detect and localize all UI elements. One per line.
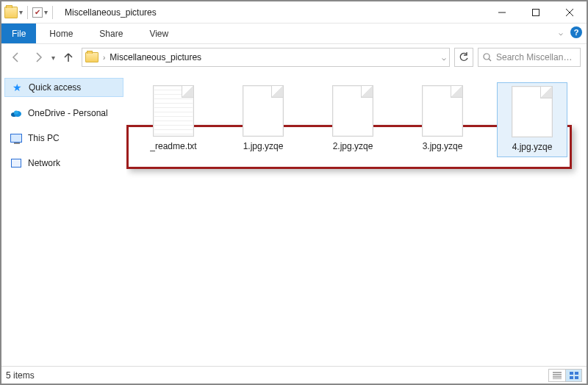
folder-icon[interactable] [4, 7, 18, 18]
minimize-icon [498, 9, 506, 16]
cloud-icon [10, 107, 22, 119]
search-placeholder: Search Miscellane... [496, 52, 576, 62]
details-icon [553, 372, 562, 379]
arrow-right-icon [32, 51, 44, 63]
breadcrumb-current[interactable]: Miscellaneous_pictures [110, 52, 201, 62]
page-fold-icon [451, 86, 462, 98]
separator [27, 6, 28, 19]
file-view[interactable]: _readme.txt1.jpg.yzqe2.jpg.yzqe3.jpg.yzq… [126, 71, 587, 366]
nav-back-button[interactable] [7, 48, 25, 66]
generic-file-icon [332, 85, 373, 137]
sidebar-item-network[interactable]: Network [4, 154, 123, 172]
separator [52, 6, 53, 19]
tab-view[interactable]: View [136, 24, 182, 43]
generic-file-icon [422, 85, 463, 137]
svg-rect-16 [575, 376, 578, 379]
maximize-icon [532, 9, 539, 16]
close-button[interactable] [553, 1, 587, 24]
sidebar-item-label: OneDrive - Personal [28, 108, 108, 118]
details-view-button[interactable] [549, 370, 565, 381]
page-fold-icon [271, 86, 283, 98]
pc-icon [10, 132, 22, 144]
file-name-label: _readme.txt [150, 141, 196, 151]
tab-home[interactable]: Home [36, 24, 86, 43]
title-bar: ▾ ✔ ▾ Miscellaneous_pictures [1, 1, 587, 24]
sidebar-item-quick-access[interactable]: ★ Quick access [4, 78, 123, 97]
window-title: Miscellaneous_pictures [65, 7, 157, 18]
svg-rect-14 [575, 372, 578, 375]
address-dropdown-icon[interactable]: ⌵ [442, 54, 446, 62]
svg-rect-1 [533, 9, 539, 15]
ribbon-right: ⌵ ? [559, 26, 582, 38]
folder-icon [85, 52, 98, 62]
star-icon: ★ [11, 82, 23, 93]
sidebar-item-label: Network [28, 158, 60, 168]
svg-point-8 [14, 111, 18, 115]
text-file-icon [153, 85, 194, 137]
file-item[interactable]: _readme.txt [138, 82, 209, 156]
file-name-label: 2.jpg.yzqe [333, 141, 373, 151]
search-box[interactable]: Search Miscellane... [478, 48, 581, 67]
file-grid: _readme.txt1.jpg.yzqe2.jpg.yzqe3.jpg.yzq… [126, 82, 587, 157]
generic-file-icon [512, 86, 553, 137]
file-item[interactable]: 4.jpg.yzqe [497, 82, 567, 157]
explorer-body: ★ Quick access OneDrive - Personal This … [1, 71, 587, 366]
file-name-label: 4.jpg.yzqe [512, 142, 553, 152]
large-icons-view-button[interactable] [565, 370, 581, 381]
refresh-button[interactable] [454, 48, 473, 67]
chevron-down-icon[interactable]: ▾ [19, 8, 23, 16]
sidebar-item-label: Quick access [29, 82, 81, 93]
network-icon [10, 157, 22, 169]
status-item-count: 5 items [6, 370, 35, 381]
window-controls [485, 1, 587, 24]
sidebar-item-onedrive[interactable]: OneDrive - Personal [4, 104, 123, 122]
refresh-icon [459, 52, 469, 62]
quick-access-toolbar: ▾ ✔ ▾ [1, 6, 59, 19]
page-fold-icon [361, 86, 373, 98]
file-tab[interactable]: File [1, 24, 36, 43]
nav-bar: ▾ › Miscellaneous_pictures ⌵ Search Misc… [1, 44, 587, 71]
minimize-button[interactable] [485, 1, 519, 24]
arrow-left-icon [10, 51, 22, 63]
file-item[interactable]: 3.jpg.yzqe [407, 82, 478, 156]
help-icon[interactable]: ? [570, 26, 582, 38]
sidebar-item-this-pc[interactable]: This PC [4, 129, 123, 147]
address-bar[interactable]: › Miscellaneous_pictures ⌵ [82, 48, 450, 67]
sidebar-item-label: This PC [28, 133, 60, 143]
file-name-label: 3.jpg.yzqe [423, 141, 463, 151]
file-name-label: 1.jpg.yzqe [243, 141, 284, 151]
status-bar: 5 items [1, 366, 587, 384]
expand-ribbon-icon[interactable]: ⌵ [559, 29, 563, 37]
view-mode-toggle [548, 369, 582, 382]
svg-line-5 [489, 59, 491, 61]
breadcrumb-separator-icon[interactable]: › [103, 54, 105, 62]
svg-rect-13 [570, 372, 573, 375]
chevron-down-icon[interactable]: ▾ [44, 8, 48, 16]
nav-pane: ★ Quick access OneDrive - Personal This … [1, 71, 126, 366]
properties-checkbox-icon[interactable]: ✔ [32, 7, 43, 18]
svg-point-4 [484, 54, 490, 60]
nav-up-button[interactable] [60, 48, 77, 66]
recent-locations-dropdown[interactable]: ▾ [51, 54, 55, 62]
ribbon: File Home Share View ⌵ ? [1, 24, 587, 44]
generic-file-icon [243, 85, 284, 137]
search-icon [483, 53, 492, 62]
page-fold-icon [540, 87, 552, 98]
maximize-button[interactable] [519, 1, 553, 24]
large-icons-icon [570, 372, 578, 379]
arrow-up-icon [62, 51, 74, 63]
tab-share[interactable]: Share [86, 24, 136, 43]
file-item[interactable]: 1.jpg.yzqe [228, 82, 298, 156]
close-icon [566, 9, 573, 16]
page-fold-icon [182, 86, 193, 98]
nav-forward-button[interactable] [29, 48, 47, 66]
svg-rect-15 [570, 376, 573, 379]
file-item[interactable]: 2.jpg.yzqe [318, 82, 388, 156]
